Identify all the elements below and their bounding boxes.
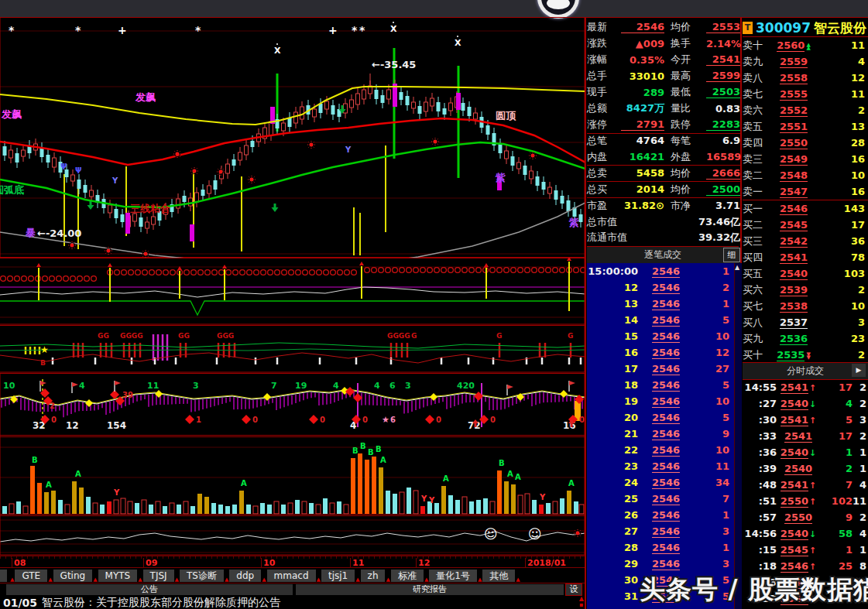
settings-button[interactable]: 设	[565, 583, 582, 596]
tab-gte[interactable]: GTE	[15, 570, 47, 582]
time-sales-row[interactable]: :512550↑10211	[743, 493, 868, 509]
order-book-row[interactable]: 卖七255511	[743, 86, 868, 102]
level-volume: 2	[814, 349, 868, 361]
time-sales-row[interactable]: :57255092	[743, 509, 868, 525]
quote-row: 内盘16421外盘16589	[587, 149, 740, 165]
order-book-row[interactable]: 买五2540103	[743, 265, 868, 282]
tab-1[interactable]: 量化1号	[429, 570, 477, 582]
ts-volume: 4	[820, 398, 853, 409]
level-label: 卖七	[743, 87, 774, 101]
tick-row[interactable]: 2825461	[587, 539, 734, 556]
tick-row[interactable]: 2625461	[587, 507, 734, 523]
tick-row[interactable]: 1425465	[587, 312, 734, 328]
tab-zh[interactable]: zh	[361, 570, 386, 582]
order-book-row[interactable]: 买六25392	[743, 282, 868, 298]
scroll-up-icon[interactable]: ▲▪	[579, 596, 584, 608]
tab-[interactable]: 其他	[482, 570, 515, 582]
tick-row[interactable]: 2525467	[587, 491, 734, 507]
order-book-row[interactable]: 买十2535▼▼2	[743, 347, 868, 363]
quote-label: 换手	[671, 36, 706, 50]
tick-row[interactable]: 1825465	[587, 377, 734, 393]
oscillator-panel[interactable]: ☺☺	[0, 515, 585, 556]
order-book-row[interactable]: 卖二254810	[743, 167, 868, 183]
news-title[interactable]: 智云股份：关于控股股东部分股份解除质押的公告	[42, 596, 280, 609]
tick-row[interactable]: 23254611	[587, 458, 734, 474]
ts-volume: 9	[820, 511, 853, 523]
notice-button[interactable]: 公告	[6, 584, 293, 595]
indicator-panel-3[interactable]: 104113719446342032121544721623901000000★…	[0, 373, 585, 436]
time-sales-row[interactable]: :39254021	[743, 460, 868, 477]
tick-row[interactable]: 16254612	[587, 344, 734, 361]
tick-row[interactable]: 2725463	[587, 523, 734, 539]
stock-name[interactable]: 智云股份	[814, 19, 866, 37]
right-arrow-icon[interactable]: ▶	[852, 364, 866, 377]
tab-sliver[interactable]	[0, 570, 7, 582]
tick-row[interactable]: 15254610	[587, 328, 734, 344]
tick-row[interactable]: 2925463	[587, 556, 734, 572]
scrollbar-up-icon[interactable]: ▲	[735, 264, 739, 271]
stock-code[interactable]: 300097	[756, 20, 811, 36]
tab-gting[interactable]: Gting	[53, 570, 93, 582]
news-ticker[interactable]: 01/05 智云股份：关于控股股东部分股份解除质押的公告 ▲▪	[0, 596, 585, 609]
order-book-row[interactable]: 卖六25522	[743, 102, 868, 118]
tick-price: 2546	[638, 330, 694, 342]
tab-myts[interactable]: MYTS	[98, 570, 138, 582]
detail-button[interactable]: 细	[723, 248, 740, 262]
tick-volume: 9	[694, 428, 734, 440]
time-sales-row[interactable]: :152545↑11	[743, 542, 868, 558]
tick-row[interactable]: 1225462	[587, 279, 734, 296]
order-book-row[interactable]: 卖十2560▲▲11	[743, 37, 868, 53]
order-book-row[interactable]: 卖九25594	[743, 53, 868, 70]
order-book-row[interactable]: 买一2546143	[743, 200, 868, 217]
time-sales-row[interactable]: 14:552541↑172	[743, 379, 868, 395]
price: 2558	[780, 72, 808, 84]
tick-row[interactable]: 24254634	[587, 474, 734, 491]
tick-row[interactable]: 2025465	[587, 409, 734, 426]
tab-[interactable]: 标准	[391, 570, 424, 582]
tab-tjsj[interactable]: TJSJ	[143, 570, 174, 582]
order-book-row[interactable]: 卖五255113	[743, 118, 868, 135]
time-sales-row[interactable]: :362540↓11	[743, 444, 868, 460]
order-book-row[interactable]: 卖八255812	[743, 70, 868, 86]
tick-trade-header[interactable]: 逐笔成交	[587, 246, 739, 264]
tab-tjsj1[interactable]: tjsj1	[321, 570, 355, 582]
order-book-row[interactable]: 买八25373	[743, 314, 868, 330]
time-sales-row[interactable]: :272540↓42	[743, 395, 868, 412]
order-book-row[interactable]: 卖三254916	[743, 151, 868, 167]
time-sales-row[interactable]: 14:562540↓584	[743, 525, 868, 542]
tick-row[interactable]: 22254610	[587, 442, 734, 458]
main-candlestick-chart[interactable]: **+*+**XXXΨΨYY发飙发飙圆弧底三线粘合暴←-24.00←-35.45…	[0, 17, 585, 258]
tick-time: 21	[587, 428, 638, 440]
report-button[interactable]: 研究报告	[296, 584, 564, 595]
time-sales-row[interactable]: :302541↑53	[743, 412, 868, 428]
order-book-row[interactable]: 买二254517	[743, 217, 868, 233]
time-sales-header[interactable]: 分时成交	[743, 362, 868, 380]
order-book-row[interactable]: 买七253810	[743, 298, 868, 314]
order-book-row[interactable]: 卖一254716	[743, 183, 868, 200]
time-sales-row[interactable]: :182546↑258	[743, 558, 868, 574]
time-sales-row[interactable]: :332541172	[743, 428, 868, 444]
tick-row[interactable]: 2125469	[587, 426, 734, 442]
tick-scrollbar[interactable]	[734, 263, 742, 609]
ts-price: 2550	[777, 511, 820, 523]
tab-ts[interactable]: TS诊断	[180, 570, 224, 582]
order-book-row[interactable]: 买三254236	[743, 233, 868, 249]
app-logo-icon[interactable]	[537, 0, 579, 19]
tick-row[interactable]: 15:00:0025461	[587, 263, 734, 279]
volume-panel[interactable]: BAAYABBBBAYYABAAYA	[0, 436, 585, 515]
tab-ddp[interactable]: ddp	[229, 570, 261, 582]
tick-volume: 27	[694, 363, 734, 375]
indicator-panel-2[interactable]: GGGGGGGGGGGGGGGGGG★B	[0, 325, 585, 373]
order-book-row[interactable]: 卖四255028	[743, 135, 868, 151]
tick-price: 2546	[638, 379, 694, 391]
order-book-row[interactable]: 买九253623	[743, 330, 868, 347]
tab-separator-icon: ▲	[10, 576, 14, 583]
tick-row[interactable]: 1325461	[587, 296, 734, 312]
tick-row[interactable]: 19254610	[587, 393, 734, 409]
tick-trade-list[interactable]: 15:00:0025461122546213254611425465152546…	[587, 263, 734, 609]
order-book-row[interactable]: 买四254178	[743, 249, 868, 265]
time-sales-row[interactable]: :482541↑74	[743, 477, 868, 493]
indicator-panel-1[interactable]	[0, 258, 585, 325]
tab-mmacd[interactable]: mmacd	[267, 570, 316, 582]
tick-row[interactable]: 17254627	[587, 361, 734, 377]
